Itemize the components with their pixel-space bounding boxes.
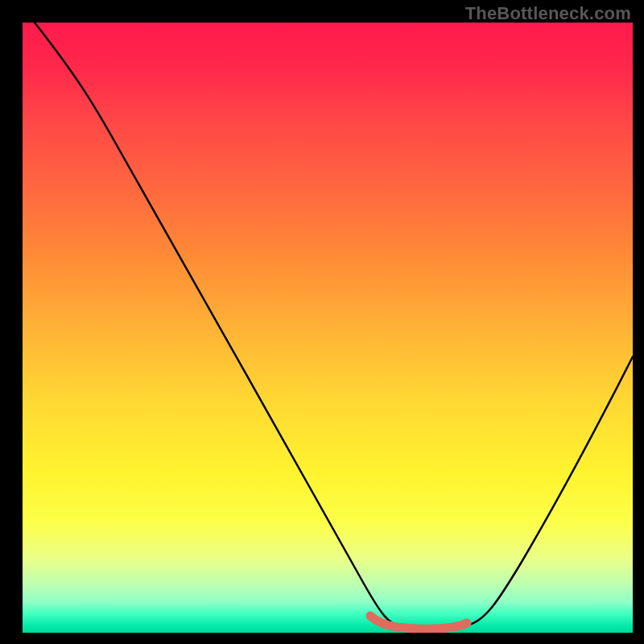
bottleneck-curve (35, 23, 633, 630)
watermark-text: TheBottleneck.com (465, 3, 631, 24)
plot-area (23, 23, 633, 633)
chart-svg (23, 23, 633, 633)
chart-frame (11, 23, 633, 633)
optimal-range-start-dot (366, 612, 374, 620)
